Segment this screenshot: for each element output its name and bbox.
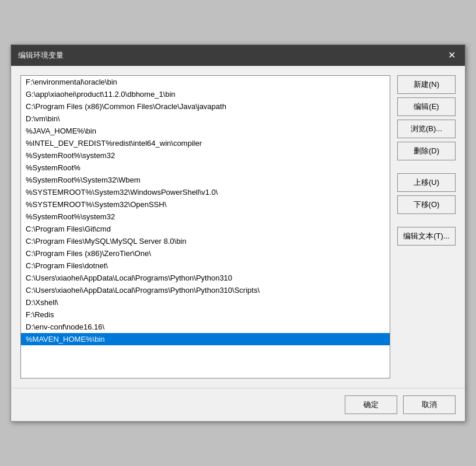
list-item[interactable]: C:\Program Files (x86)\Common Files\Orac… [21, 100, 390, 113]
list-item[interactable]: C:\Users\xiaohei\AppData\Local\Programs\… [21, 284, 390, 296]
list-item[interactable]: F:\environmental\oracle\bin [21, 76, 390, 88]
dialog-title: 编辑环境变量 [18, 50, 64, 61]
title-bar: 编辑环境变量 ✕ [11, 45, 465, 66]
cancel-button[interactable]: 取消 [403, 395, 456, 414]
list-item[interactable]: %JAVA_HOME%\bin [21, 125, 390, 137]
new-button[interactable]: 新建(N) [397, 75, 456, 94]
dialog-body: F:\environmental\oracle\binG:\app\xiaohe… [11, 66, 465, 388]
list-item[interactable]: C:\Program Files\MySQL\MySQL Server 8.0\… [21, 235, 390, 247]
env-var-list[interactable]: F:\environmental\oracle\binG:\app\xiaohe… [20, 75, 390, 379]
list-item[interactable]: %SystemRoot%\system32 [21, 211, 390, 223]
list-item[interactable]: %SystemRoot%\system32 [21, 149, 390, 162]
list-item[interactable]: C:\Users\xiaohei\AppData\Local\Programs\… [21, 272, 390, 284]
list-item[interactable]: %MAVEN_HOME%\bin [21, 333, 390, 345]
dialog-footer: 确定 取消 [11, 388, 465, 421]
list-item[interactable]: %SystemRoot%\System32\Wbem [21, 174, 390, 186]
edit-button[interactable]: 编辑(E) [397, 97, 456, 116]
list-item[interactable]: %INTEL_DEV_REDIST%redist\intel64_win\com… [21, 137, 390, 149]
close-button[interactable]: ✕ [446, 51, 458, 60]
list-item[interactable]: D:\Xshell\ [21, 296, 390, 309]
ok-button[interactable]: 确定 [345, 395, 397, 414]
move-up-button[interactable]: 上移(U) [397, 173, 456, 192]
delete-button[interactable]: 删除(D) [397, 142, 456, 160]
edit-text-button[interactable]: 编辑文本(T)... [397, 227, 456, 246]
edit-env-var-dialog: 编辑环境变量 ✕ F:\environmental\oracle\binG:\a… [10, 44, 466, 422]
list-item[interactable]: C:\Program Files (x86)\ZeroTier\One\ [21, 247, 390, 260]
list-item[interactable]: %SYSTEMROOT%\System32\WindowsPowerShell\… [21, 186, 390, 198]
action-buttons-panel: 新建(N) 编辑(E) 浏览(B)... 删除(D) 上移(U) 下移(O) 编… [397, 75, 456, 379]
list-item[interactable]: G:\app\xiaohei\product\11.2.0\dbhome_1\b… [21, 88, 390, 100]
move-down-button[interactable]: 下移(O) [397, 195, 456, 214]
list-item[interactable]: C:\Program Files\Git\cmd [21, 223, 390, 235]
list-item[interactable]: C:\Program Files\dotnet\ [21, 260, 390, 272]
list-item[interactable]: %SystemRoot% [21, 162, 390, 174]
list-item[interactable]: D:\env-conf\node16.16\ [21, 321, 390, 333]
browse-button[interactable]: 浏览(B)... [397, 120, 456, 138]
list-item[interactable]: %SYSTEMROOT%\System32\OpenSSH\ [21, 198, 390, 211]
list-item[interactable]: F:\Redis [21, 309, 390, 321]
list-item[interactable]: D:\vm\bin\ [21, 113, 390, 125]
